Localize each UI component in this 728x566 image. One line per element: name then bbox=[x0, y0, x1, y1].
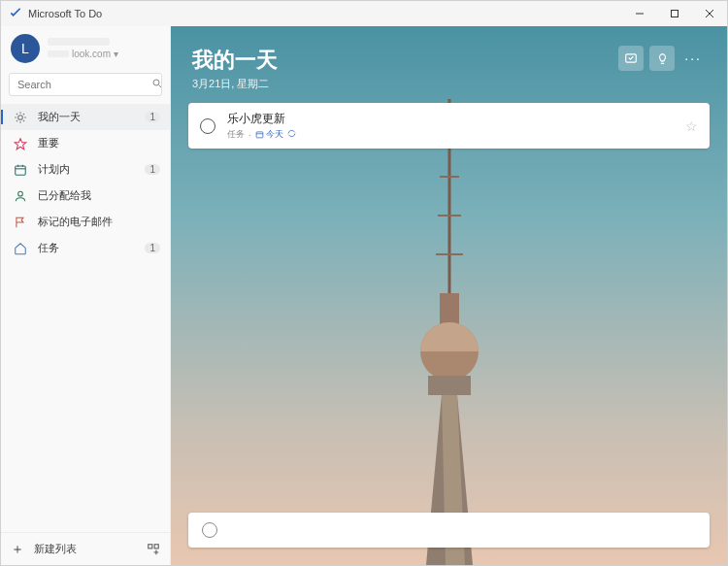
recur-icon bbox=[287, 129, 296, 140]
sidebar-item-count: 1 bbox=[145, 112, 160, 122]
new-group-icon[interactable] bbox=[147, 543, 160, 556]
svg-point-20 bbox=[18, 191, 23, 196]
window-controls bbox=[622, 1, 727, 26]
svg-rect-32 bbox=[440, 293, 459, 328]
minimize-button[interactable] bbox=[622, 1, 657, 26]
complete-circle[interactable] bbox=[200, 118, 215, 134]
person-icon bbox=[13, 188, 28, 204]
sidebar-item-label: 任务 bbox=[38, 241, 59, 255]
main-panel: 我的一天 3月21日, 星期二 ··· 乐小虎更新任务·今天☆ bbox=[171, 26, 727, 565]
bulb-button[interactable] bbox=[649, 46, 675, 71]
star-icon bbox=[13, 136, 28, 151]
sidebar-item-label: 我的一天 bbox=[38, 110, 81, 124]
sidebar-item-assigned[interactable]: 已分配给我 bbox=[1, 183, 170, 209]
add-task-bar[interactable] bbox=[188, 513, 710, 548]
sidebar-item-label: 已分配给我 bbox=[38, 188, 91, 203]
close-button[interactable] bbox=[692, 1, 727, 26]
chevron-down-icon: ▾ bbox=[114, 49, 118, 60]
sidebar-item-flagged[interactable]: 标记的电子邮件 bbox=[1, 209, 170, 235]
background-image bbox=[352, 99, 546, 565]
sidebar-item-label: 重要 bbox=[38, 136, 59, 150]
app-window: Microsoft To Do L look.com ▾ bbox=[0, 0, 728, 566]
sidebar-item-planned[interactable]: 计划内1 bbox=[1, 156, 170, 183]
app-title: Microsoft To Do bbox=[28, 8, 622, 19]
account-email: look.com ▾ bbox=[48, 49, 118, 60]
task-item[interactable]: 乐小虎更新任务·今天☆ bbox=[188, 103, 710, 149]
sidebar-item-count: 1 bbox=[145, 164, 160, 175]
account-switcher[interactable]: L look.com ▾ bbox=[1, 26, 170, 69]
star-icon[interactable]: ☆ bbox=[685, 118, 698, 134]
sidebar-item-important[interactable]: 重要 bbox=[1, 130, 170, 156]
more-button[interactable]: ··· bbox=[680, 50, 706, 66]
svg-rect-22 bbox=[149, 544, 152, 548]
svg-rect-36 bbox=[256, 132, 263, 138]
flag-icon bbox=[13, 215, 28, 230]
add-task-input[interactable] bbox=[229, 523, 696, 537]
add-task-circle-icon bbox=[202, 522, 217, 538]
search-icon bbox=[151, 78, 163, 91]
task-source: 任务 bbox=[227, 128, 245, 141]
sidebar-item-myday[interactable]: 我的一天1 bbox=[1, 104, 170, 130]
svg-line-12 bbox=[23, 119, 24, 120]
svg-line-13 bbox=[17, 119, 17, 120]
search-input[interactable] bbox=[9, 73, 162, 96]
svg-point-4 bbox=[153, 80, 159, 85]
svg-line-5 bbox=[159, 85, 162, 88]
sidebar-item-label: 标记的电子邮件 bbox=[38, 215, 113, 229]
svg-point-33 bbox=[420, 322, 479, 381]
new-list-label: 新建列表 bbox=[34, 542, 77, 556]
app-logo-icon bbox=[9, 7, 22, 20]
sidebar-item-label: 计划内 bbox=[38, 162, 70, 177]
account-name-placeholder bbox=[48, 38, 110, 46]
titlebar: Microsoft To Do bbox=[1, 1, 727, 26]
svg-point-6 bbox=[18, 115, 23, 119]
svg-rect-23 bbox=[154, 544, 158, 548]
maximize-button[interactable] bbox=[657, 1, 692, 26]
svg-rect-16 bbox=[16, 165, 26, 174]
nav-list: 我的一天1重要计划内1已分配给我标记的电子邮件任务1 bbox=[1, 104, 170, 532]
calendar-icon bbox=[13, 162, 28, 178]
plus-icon: ＋ bbox=[11, 541, 24, 558]
task-title: 乐小虎更新 bbox=[227, 111, 685, 127]
suggestions-button[interactable] bbox=[618, 46, 644, 71]
sidebar-item-count: 1 bbox=[145, 243, 160, 253]
new-list-bar[interactable]: ＋ 新建列表 bbox=[1, 532, 170, 565]
home-icon bbox=[13, 241, 28, 256]
svg-marker-15 bbox=[15, 138, 26, 149]
sun-icon bbox=[13, 110, 28, 125]
list-header: 我的一天 3月21日, 星期二 ··· bbox=[171, 26, 727, 99]
svg-rect-34 bbox=[428, 376, 471, 395]
svg-line-11 bbox=[17, 113, 17, 114]
list-date: 3月21日, 星期二 bbox=[192, 77, 278, 91]
task-due: 今天 bbox=[255, 128, 283, 141]
svg-line-14 bbox=[23, 113, 24, 114]
avatar: L bbox=[11, 34, 40, 63]
task-list: 乐小虎更新任务·今天☆ bbox=[171, 99, 727, 152]
sidebar: L look.com ▾ 我的一天1重 bbox=[1, 26, 171, 565]
list-title: 我的一天 bbox=[192, 46, 278, 75]
sidebar-item-tasks[interactable]: 任务1 bbox=[1, 235, 170, 261]
search-field[interactable] bbox=[17, 79, 151, 90]
svg-rect-1 bbox=[672, 11, 678, 17]
